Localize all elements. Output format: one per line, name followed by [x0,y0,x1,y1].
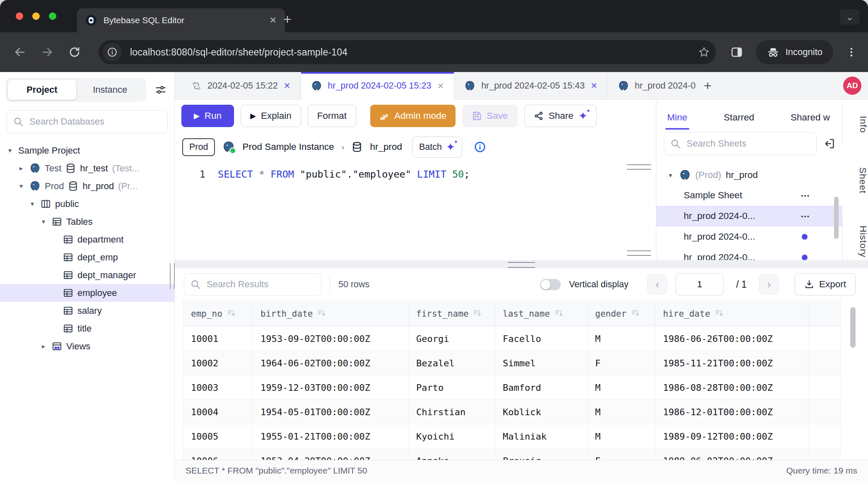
worksheet-tab[interactable]: hr_prod 2024-02-05 15:43✕ [454,72,608,99]
table-cell[interactable]: Chirstian [409,400,495,424]
tree-item[interactable]: employee [0,284,174,302]
side-panel-icon[interactable] [730,46,743,59]
page-number-field[interactable] [675,273,723,296]
table-cell[interactable]: Bezalel [409,351,495,375]
table-cell[interactable]: 1985-11-21T00:00:00Z [656,351,808,375]
filter-sliders-icon[interactable] [154,84,167,96]
format-button[interactable]: Format [308,105,356,127]
add-worksheet-button[interactable]: + [696,72,720,99]
column-header[interactable]: hire_date [656,301,808,327]
table-cell[interactable]: M [588,375,656,400]
sheet-item[interactable]: hr_prod 2024-0... [656,226,842,247]
save-button[interactable]: Save [462,105,517,127]
share-button[interactable]: Share ✦✦ [524,105,597,127]
column-header[interactable]: birth_date [253,301,409,327]
table-cell[interactable]: 10004 [183,400,253,424]
tab-instance[interactable]: Instance [76,80,145,100]
vertical-display-toggle[interactable] [540,279,561,290]
table-cell[interactable]: 10006 [183,449,253,460]
sort-icon[interactable] [554,308,564,318]
forward-icon[interactable] [36,41,58,63]
table-cell[interactable]: 1986-12-01T00:00:00Z [656,400,808,424]
worksheet-tab[interactable]: hr_prod 2024-02-05 15:23✕ [301,72,455,100]
close-tab-icon[interactable]: ✕ [269,15,277,25]
table-cell[interactable]: Georgi [409,327,495,351]
tree-item[interactable]: ▸Views [0,337,174,355]
prev-page-button[interactable]: ‹ [647,274,667,294]
sort-icon[interactable] [631,308,640,318]
table-cell[interactable]: 10005 [183,424,253,449]
zoom-window-button[interactable] [49,12,56,20]
database-search[interactable] [7,110,168,133]
tree-item[interactable]: dept_manager [0,266,174,284]
export-button[interactable]: Export [795,273,856,296]
instance-name[interactable]: Prod Sample Instance [242,142,334,152]
close-window-button[interactable] [16,12,23,20]
run-button[interactable]: ▶ Run [181,105,234,127]
worksheet-tab[interactable]: hr_prod 2024-0 [608,72,696,99]
sort-icon[interactable] [714,308,724,318]
clipped-sheet-item[interactable]: hr_prod 2024-0... [656,160,842,165]
environment-badge[interactable]: Prod [182,138,215,156]
sheet-item[interactable]: Sample Sheet••• [656,185,842,206]
more-menu-icon[interactable]: ••• [801,192,810,199]
table-cell[interactable]: Maliniak [495,424,588,449]
close-tab-icon[interactable]: ✕ [437,81,444,91]
minimize-window-button[interactable] [32,12,40,20]
back-icon[interactable] [9,41,31,63]
sort-icon[interactable] [317,308,326,318]
database-name[interactable]: hr_prod [370,142,402,152]
sort-icon[interactable] [227,308,236,318]
worksheet-tab[interactable]: 2024-02-05 15:22✕ [181,72,301,99]
database-search-input[interactable] [29,116,162,127]
tree-item[interactable]: title [0,320,174,337]
table-cell[interactable]: 1959-12-03T00:00:00Z [253,375,409,400]
tree-item[interactable]: ▾Prodhr_prod(Pr... [0,177,174,195]
new-tab-button[interactable]: + [283,11,292,27]
panel-drag-handle[interactable] [508,262,535,268]
sort-icon[interactable] [473,308,482,318]
sql-code-line[interactable]: 1 SELECT * FROM "public"."employee" LIMI… [175,162,656,180]
tab-project[interactable]: Project [8,80,76,100]
table-cell[interactable]: Kyoichi [409,424,495,449]
tree-item[interactable]: department [0,231,174,248]
table-cell[interactable]: F [588,351,656,375]
user-avatar[interactable]: AD [843,77,861,95]
table-cell[interactable]: M [588,327,656,351]
table-cell[interactable]: 1989-09-12T00:00:00Z [656,424,808,449]
sheet-search-input[interactable] [686,138,810,149]
table-cell[interactable]: 10003 [183,375,253,400]
explain-button[interactable]: ▶ Explain [241,105,301,127]
tree-item[interactable]: ▾Tables [0,213,174,231]
table-cell[interactable]: Bamford [495,375,588,400]
table-cell[interactable]: 10002 [183,351,253,375]
more-menu-icon[interactable]: ••• [801,213,810,220]
page-number-input[interactable] [676,279,723,290]
admin-mode-button[interactable]: Admin mode [370,105,456,127]
table-cell[interactable]: Koblick [495,400,588,424]
table-cell[interactable]: M [588,400,656,424]
batch-button[interactable]: Batch ✦✦ [412,137,462,158]
table-cell[interactable]: M [588,424,656,449]
table-cell[interactable]: 1955-01-21T00:00:00Z [253,424,409,449]
url-text[interactable]: localhost:8080/sql-editor/sheet/project-… [130,47,690,58]
sheet-item[interactable]: hr_prod 2024-0... [656,247,842,260]
column-header[interactable]: gender [588,301,656,327]
table-cell[interactable]: 1986-08-28T00:00:00Z [656,375,808,400]
sidebar-resize-handle[interactable] [170,263,175,289]
sheet-tab-starred[interactable]: Starred [722,112,756,130]
editor-scrollbar-handle-top[interactable] [627,164,651,170]
caret-down-icon[interactable]: ▾ [6,147,14,154]
table-cell[interactable]: 1989-06-02T00:00:00Z [656,449,808,460]
import-sheet-icon[interactable] [823,137,836,150]
caret-down-icon[interactable]: ▾ [666,171,675,179]
sql-editor[interactable]: 1 SELECT * FROM "public"."employee" LIMI… [175,162,656,260]
sheet-item[interactable]: hr_prod 2024-0...••• [656,206,842,226]
side-tab-info[interactable]: Info [842,103,868,146]
sheet-search[interactable] [664,132,817,155]
sheet-group-header[interactable]: ▾ (Prod) hr_prod [656,165,842,185]
site-info-icon[interactable] [103,43,122,62]
table-cell[interactable]: 1954-05-01T00:00:00Z [253,400,409,424]
table-cell[interactable]: 1953-04-20T00:00:00Z [253,449,409,460]
tree-item[interactable]: ▾Sample Project [0,142,174,159]
